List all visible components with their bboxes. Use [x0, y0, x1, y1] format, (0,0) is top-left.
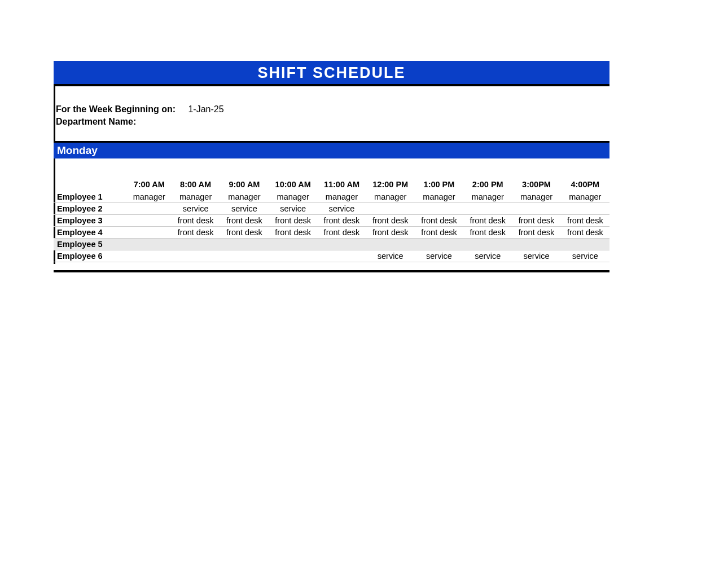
- shift-cell: front desk: [172, 227, 220, 239]
- shift-cell: front desk: [561, 227, 609, 239]
- shift-cell: manager: [366, 191, 415, 203]
- shift-cell: [561, 203, 609, 215]
- shift-cell: manager: [172, 191, 220, 203]
- employee-name: Employee 2: [54, 203, 127, 215]
- shift-cell: [269, 250, 317, 262]
- shift-cell: manager: [127, 191, 172, 203]
- shift-cell: front desk: [415, 215, 463, 227]
- shift-cell: [127, 203, 172, 215]
- time-header: 1:00 PM: [415, 179, 463, 191]
- table-row: Employee 2serviceserviceserviceservice: [54, 203, 609, 215]
- shift-cell: service: [512, 250, 560, 262]
- shift-cell: [127, 227, 172, 239]
- week-label: For the Week Beginning on:: [56, 103, 186, 116]
- shift-cell: service: [561, 250, 609, 262]
- week-value: 1-Jan-25: [188, 103, 223, 116]
- shift-cell: manager: [561, 191, 609, 203]
- shift-cell: [463, 203, 512, 215]
- shift-cell: [127, 215, 172, 227]
- shift-cell: service: [172, 203, 220, 215]
- shift-cell: manager: [220, 191, 269, 203]
- employee-name: Employee 4: [54, 227, 127, 239]
- shift-cell: front desk: [317, 227, 366, 239]
- shift-cell: front desk: [366, 215, 415, 227]
- table-row: Employee 5: [54, 239, 609, 250]
- dept-label: Department Name:: [56, 116, 186, 128]
- shift-cell: [220, 250, 269, 262]
- time-header: 7:00 AM: [127, 179, 172, 191]
- shift-cell: [366, 239, 415, 250]
- shift-cell: manager: [269, 191, 317, 203]
- shift-cell: service: [366, 250, 415, 262]
- title-underline: [54, 84, 609, 86]
- shift-cell: [127, 250, 172, 262]
- employee-name: Employee 6: [54, 250, 127, 262]
- time-header: 10:00 AM: [269, 179, 317, 191]
- shift-cell: front desk: [415, 227, 463, 239]
- shift-cell: manager: [463, 191, 512, 203]
- bottom-rule: [54, 270, 609, 272]
- time-header: 8:00 AM: [172, 179, 220, 191]
- shift-cell: front desk: [317, 215, 366, 227]
- shift-cell: [220, 239, 269, 250]
- shift-cell: [269, 239, 317, 250]
- time-header: 4:00PM: [561, 179, 609, 191]
- shift-cell: manager: [415, 191, 463, 203]
- shift-cell: [172, 250, 220, 262]
- shift-cell: manager: [512, 191, 560, 203]
- shift-cell: service: [463, 250, 512, 262]
- shift-cell: service: [220, 203, 269, 215]
- shift-cell: front desk: [269, 227, 317, 239]
- shift-cell: front desk: [220, 215, 269, 227]
- time-header: 11:00 AM: [317, 179, 366, 191]
- shift-cell: [172, 239, 220, 250]
- shift-cell: service: [415, 250, 463, 262]
- shift-cell: [561, 239, 609, 250]
- page-title: SHIFT SCHEDULE: [54, 61, 609, 84]
- shift-cell: service: [317, 203, 366, 215]
- meta-block: For the Week Beginning on: 1-Jan-25 Depa…: [54, 103, 609, 127]
- day-header: Monday: [54, 141, 609, 158]
- shift-cell: manager: [317, 191, 366, 203]
- time-header: 2:00 PM: [463, 179, 512, 191]
- shift-cell: front desk: [366, 227, 415, 239]
- shift-cell: service: [269, 203, 317, 215]
- shift-cell: [512, 239, 560, 250]
- shift-cell: [317, 239, 366, 250]
- table-row: Employee 4front deskfront deskfront desk…: [54, 227, 609, 239]
- shift-cell: [415, 203, 463, 215]
- shift-cell: front desk: [220, 227, 269, 239]
- header-empty: [54, 179, 127, 191]
- employee-name: Employee 1: [54, 191, 127, 203]
- employee-name: Employee 3: [54, 215, 127, 227]
- shift-cell: [127, 239, 172, 250]
- time-header: 9:00 AM: [220, 179, 269, 191]
- employee-name: Employee 5: [54, 239, 127, 250]
- schedule-table: 7:00 AM8:00 AM9:00 AM10:00 AM11:00 AM12:…: [54, 179, 609, 262]
- shift-cell: [317, 250, 366, 262]
- time-header: 12:00 PM: [366, 179, 415, 191]
- shift-cell: front desk: [463, 227, 512, 239]
- shift-cell: front desk: [172, 215, 220, 227]
- shift-cell: front desk: [512, 215, 560, 227]
- table-row: Employee 1managermanagermanagermanagerma…: [54, 191, 609, 203]
- shift-cell: front desk: [561, 215, 609, 227]
- shift-cell: [463, 239, 512, 250]
- shift-cell: front desk: [512, 227, 560, 239]
- shift-cell: [366, 203, 415, 215]
- shift-cell: front desk: [463, 215, 512, 227]
- table-row: Employee 3front deskfront deskfront desk…: [54, 215, 609, 227]
- shift-cell: [512, 203, 560, 215]
- shift-cell: [415, 239, 463, 250]
- shift-cell: front desk: [269, 215, 317, 227]
- time-header: 3:00PM: [512, 179, 560, 191]
- table-row: Employee 6serviceserviceserviceservicese…: [54, 250, 609, 262]
